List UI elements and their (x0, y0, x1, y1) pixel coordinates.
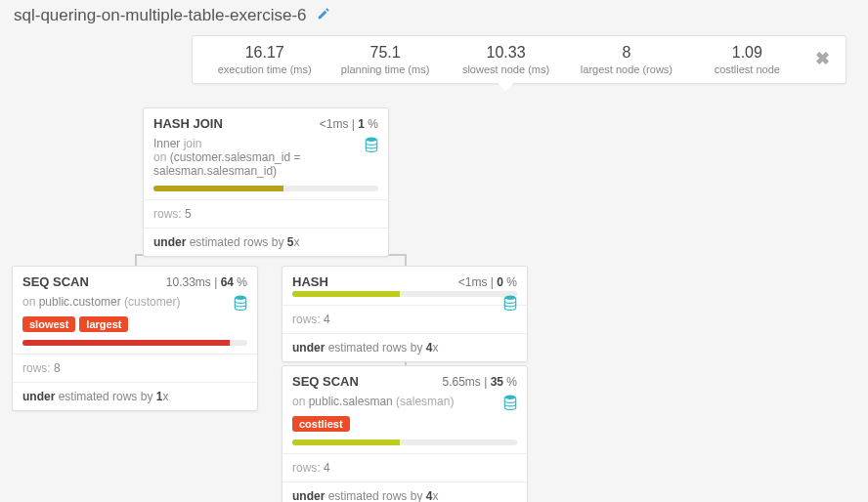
tag-slowest: slowest (22, 316, 75, 332)
node-name: SEQ SCAN (22, 274, 89, 289)
node-detail (282, 295, 527, 309)
svg-point-0 (366, 138, 376, 142)
svg-point-2 (504, 296, 515, 300)
metric-execution-time: 16.17 execution time (ms) (204, 42, 325, 75)
database-icon (234, 295, 247, 314)
plan-summary-panel: 16.17 execution time (ms) 75.1 planning … (192, 35, 846, 84)
node-stats: <1ms | 1 % (320, 117, 378, 131)
node-name: HASH (292, 274, 328, 289)
node-detail: Inner join on (customer.salesman_id = sa… (144, 137, 388, 186)
node-cost-bar (292, 439, 517, 445)
node-estimate: under estimated rows by 1x (13, 382, 257, 410)
database-icon (503, 295, 517, 314)
database-icon (503, 395, 517, 413)
node-tags: costliest (282, 416, 527, 439)
metric-costliest-node: 1.09 costliest node (687, 42, 807, 75)
node-estimate: under estimated rows by 4x (282, 333, 527, 361)
connector (135, 254, 137, 266)
node-rows: rows: 4 (282, 453, 527, 481)
connector (405, 254, 407, 266)
node-hash[interactable]: HASH <1ms | 0 % rows: 4 under estimated … (282, 266, 528, 362)
node-hash-join[interactable]: HASH JOIN <1ms | 1 % Inner join on (cust… (143, 107, 389, 257)
node-stats: <1ms | 0 % (458, 275, 517, 289)
node-detail: on public.salesman (salesman) (282, 395, 527, 416)
node-estimate: under estimated rows by 4x (282, 481, 527, 502)
svg-point-3 (504, 396, 515, 399)
plan-title-text: sql-quering-on-multiple-table-exercise-6 (14, 6, 307, 24)
node-stats: 5.65ms | 35 % (442, 375, 517, 389)
node-seq-scan-customer[interactable]: SEQ SCAN 10.33ms | 64 % on public.custom… (12, 266, 258, 411)
metric-slowest-node: 10.33 slowest node (ms) (446, 42, 566, 75)
node-name: SEQ SCAN (292, 374, 359, 389)
summary-pointer (497, 82, 514, 91)
node-rows: rows: 4 (282, 305, 527, 333)
node-name: HASH JOIN (153, 116, 223, 131)
node-cost-bar (22, 340, 247, 346)
node-rows: rows: 5 (144, 199, 388, 228)
close-summary-icon[interactable]: ✖ (807, 48, 834, 69)
node-stats: 10.33ms | 64 % (166, 275, 247, 289)
edit-title-icon[interactable] (317, 7, 330, 23)
node-seq-scan-salesman[interactable]: SEQ SCAN 5.65ms | 35 % on public.salesma… (282, 365, 528, 502)
tag-largest: largest (79, 316, 128, 332)
page-title: sql-quering-on-multiple-table-exercise-6 (0, 0, 868, 37)
metric-largest-node: 8 largest node (rows) (566, 42, 686, 75)
node-detail: on public.customer (customer) (13, 295, 257, 316)
database-icon (365, 137, 378, 155)
node-rows: rows: 8 (13, 354, 257, 382)
tag-costliest: costliest (292, 416, 350, 432)
node-estimate: under estimated rows by 5x (144, 228, 388, 256)
node-cost-bar (153, 186, 378, 191)
svg-point-1 (235, 296, 245, 300)
node-tags: slowestlargest (13, 316, 257, 340)
metric-planning-time: 75.1 planning time (ms) (325, 42, 445, 75)
